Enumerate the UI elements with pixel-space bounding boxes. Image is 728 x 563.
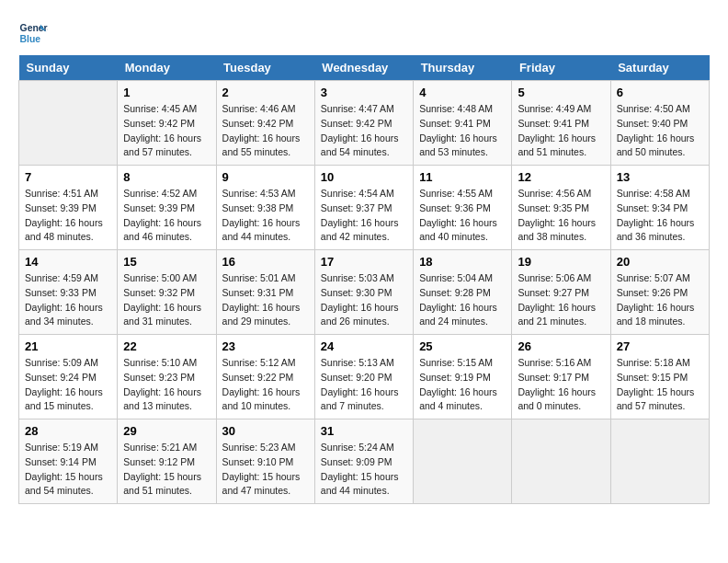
day-number: 30 bbox=[222, 424, 309, 438]
calendar-header: SundayMondayTuesdayWednesdayThursdayFrid… bbox=[19, 55, 710, 81]
day-info: Sunrise: 5:15 AM Sunset: 9:19 PM Dayligh… bbox=[419, 356, 506, 414]
day-number: 21 bbox=[25, 339, 111, 353]
day-info: Sunrise: 4:56 AM Sunset: 9:35 PM Dayligh… bbox=[518, 187, 604, 245]
day-number: 29 bbox=[123, 424, 210, 438]
calendar-cell: 25 Sunrise: 5:15 AM Sunset: 9:19 PM Dayl… bbox=[414, 335, 512, 419]
header-row: SundayMondayTuesdayWednesdayThursdayFrid… bbox=[19, 55, 710, 81]
day-info: Sunrise: 5:10 AM Sunset: 9:23 PM Dayligh… bbox=[123, 356, 210, 414]
svg-text:Blue: Blue bbox=[20, 34, 41, 44]
calendar-cell bbox=[512, 419, 610, 504]
calendar-cell: 15 Sunrise: 5:00 AM Sunset: 9:32 PM Dayl… bbox=[118, 250, 216, 335]
day-number: 15 bbox=[123, 255, 210, 269]
day-number: 9 bbox=[222, 170, 309, 184]
logo-icon: General Blue bbox=[18, 18, 48, 48]
calendar-cell: 14 Sunrise: 4:59 AM Sunset: 9:33 PM Dayl… bbox=[19, 250, 118, 335]
day-info: Sunrise: 4:54 AM Sunset: 9:37 PM Dayligh… bbox=[321, 187, 407, 245]
day-info: Sunrise: 5:18 AM Sunset: 9:15 PM Dayligh… bbox=[617, 356, 703, 414]
calendar-week-row: 21 Sunrise: 5:09 AM Sunset: 9:24 PM Dayl… bbox=[19, 335, 710, 419]
calendar-cell: 19 Sunrise: 5:06 AM Sunset: 9:27 PM Dayl… bbox=[512, 250, 610, 335]
day-info: Sunrise: 5:13 AM Sunset: 9:20 PM Dayligh… bbox=[321, 356, 407, 414]
calendar-cell: 21 Sunrise: 5:09 AM Sunset: 9:24 PM Dayl… bbox=[19, 335, 118, 419]
day-info: Sunrise: 4:59 AM Sunset: 9:33 PM Dayligh… bbox=[25, 271, 111, 329]
calendar-cell: 29 Sunrise: 5:21 AM Sunset: 9:12 PM Dayl… bbox=[118, 419, 216, 504]
calendar-cell: 11 Sunrise: 4:55 AM Sunset: 9:36 PM Dayl… bbox=[414, 166, 512, 250]
day-info: Sunrise: 5:19 AM Sunset: 9:14 PM Dayligh… bbox=[25, 441, 111, 499]
calendar-cell: 4 Sunrise: 4:48 AM Sunset: 9:41 PM Dayli… bbox=[414, 81, 512, 166]
weekday-header: Sunday bbox=[19, 55, 118, 81]
day-number: 5 bbox=[518, 86, 604, 99]
calendar-cell: 20 Sunrise: 5:07 AM Sunset: 9:26 PM Dayl… bbox=[610, 250, 709, 335]
day-info: Sunrise: 5:21 AM Sunset: 9:12 PM Dayligh… bbox=[123, 441, 210, 499]
day-number: 19 bbox=[518, 255, 604, 269]
day-info: Sunrise: 4:50 AM Sunset: 9:40 PM Dayligh… bbox=[617, 102, 703, 160]
day-number: 17 bbox=[321, 255, 407, 269]
day-info: Sunrise: 5:23 AM Sunset: 9:10 PM Dayligh… bbox=[222, 441, 309, 499]
day-number: 3 bbox=[321, 86, 407, 99]
day-info: Sunrise: 5:03 AM Sunset: 9:30 PM Dayligh… bbox=[321, 271, 407, 329]
day-number: 18 bbox=[419, 255, 506, 269]
calendar-cell: 26 Sunrise: 5:16 AM Sunset: 9:17 PM Dayl… bbox=[512, 335, 610, 419]
day-number: 24 bbox=[321, 339, 407, 353]
day-info: Sunrise: 4:46 AM Sunset: 9:42 PM Dayligh… bbox=[222, 102, 309, 160]
calendar-cell bbox=[414, 419, 512, 504]
calendar-week-row: 28 Sunrise: 5:19 AM Sunset: 9:14 PM Dayl… bbox=[19, 419, 710, 504]
day-number: 2 bbox=[222, 86, 309, 99]
day-number: 31 bbox=[321, 424, 407, 438]
day-info: Sunrise: 4:55 AM Sunset: 9:36 PM Dayligh… bbox=[419, 187, 506, 245]
calendar-cell: 31 Sunrise: 5:24 AM Sunset: 9:09 PM Dayl… bbox=[314, 419, 413, 504]
day-number: 22 bbox=[123, 339, 210, 353]
calendar-week-row: 1 Sunrise: 4:45 AM Sunset: 9:42 PM Dayli… bbox=[19, 81, 710, 166]
day-info: Sunrise: 5:24 AM Sunset: 9:09 PM Dayligh… bbox=[321, 441, 407, 499]
calendar-cell: 23 Sunrise: 5:12 AM Sunset: 9:22 PM Dayl… bbox=[216, 335, 314, 419]
calendar-cell bbox=[610, 419, 709, 504]
calendar-cell: 24 Sunrise: 5:13 AM Sunset: 9:20 PM Dayl… bbox=[314, 335, 413, 419]
day-number: 6 bbox=[617, 86, 703, 99]
day-number: 20 bbox=[617, 255, 703, 269]
day-number: 14 bbox=[25, 255, 111, 269]
calendar-cell: 8 Sunrise: 4:52 AM Sunset: 9:39 PM Dayli… bbox=[118, 166, 216, 250]
day-info: Sunrise: 4:48 AM Sunset: 9:41 PM Dayligh… bbox=[419, 102, 506, 160]
calendar-cell: 1 Sunrise: 4:45 AM Sunset: 9:42 PM Dayli… bbox=[118, 81, 216, 166]
calendar-cell: 6 Sunrise: 4:50 AM Sunset: 9:40 PM Dayli… bbox=[610, 81, 709, 166]
calendar-cell: 2 Sunrise: 4:46 AM Sunset: 9:42 PM Dayli… bbox=[216, 81, 314, 166]
day-number: 27 bbox=[617, 339, 703, 353]
weekday-header: Wednesday bbox=[314, 55, 413, 81]
day-number: 25 bbox=[419, 339, 506, 353]
day-info: Sunrise: 4:47 AM Sunset: 9:42 PM Dayligh… bbox=[321, 102, 407, 160]
calendar-cell: 5 Sunrise: 4:49 AM Sunset: 9:41 PM Dayli… bbox=[512, 81, 610, 166]
calendar-cell: 17 Sunrise: 5:03 AM Sunset: 9:30 PM Dayl… bbox=[314, 250, 413, 335]
day-info: Sunrise: 5:04 AM Sunset: 9:28 PM Dayligh… bbox=[419, 271, 506, 329]
calendar-cell: 22 Sunrise: 5:10 AM Sunset: 9:23 PM Dayl… bbox=[118, 335, 216, 419]
calendar-cell: 30 Sunrise: 5:23 AM Sunset: 9:10 PM Dayl… bbox=[216, 419, 314, 504]
day-info: Sunrise: 5:00 AM Sunset: 9:32 PM Dayligh… bbox=[123, 271, 210, 329]
day-number: 7 bbox=[25, 170, 111, 184]
page-header: General Blue bbox=[18, 18, 710, 48]
calendar-cell: 7 Sunrise: 4:51 AM Sunset: 9:39 PM Dayli… bbox=[19, 166, 118, 250]
logo: General Blue bbox=[18, 18, 48, 48]
day-number: 1 bbox=[123, 86, 210, 99]
calendar-cell: 10 Sunrise: 4:54 AM Sunset: 9:37 PM Dayl… bbox=[314, 166, 413, 250]
calendar-table: SundayMondayTuesdayWednesdayThursdayFrid… bbox=[18, 55, 710, 504]
calendar-cell: 12 Sunrise: 4:56 AM Sunset: 9:35 PM Dayl… bbox=[512, 166, 610, 250]
day-number: 10 bbox=[321, 170, 407, 184]
day-info: Sunrise: 5:09 AM Sunset: 9:24 PM Dayligh… bbox=[25, 356, 111, 414]
day-info: Sunrise: 5:16 AM Sunset: 9:17 PM Dayligh… bbox=[518, 356, 604, 414]
day-number: 8 bbox=[123, 170, 210, 184]
day-number: 13 bbox=[617, 170, 703, 184]
day-number: 16 bbox=[222, 255, 309, 269]
calendar-cell: 9 Sunrise: 4:53 AM Sunset: 9:38 PM Dayli… bbox=[216, 166, 314, 250]
day-info: Sunrise: 4:53 AM Sunset: 9:38 PM Dayligh… bbox=[222, 187, 309, 245]
weekday-header: Friday bbox=[512, 55, 610, 81]
weekday-header: Saturday bbox=[610, 55, 709, 81]
day-info: Sunrise: 5:07 AM Sunset: 9:26 PM Dayligh… bbox=[617, 271, 703, 329]
weekday-header: Thursday bbox=[414, 55, 512, 81]
calendar-week-row: 14 Sunrise: 4:59 AM Sunset: 9:33 PM Dayl… bbox=[19, 250, 710, 335]
day-number: 11 bbox=[419, 170, 506, 184]
day-info: Sunrise: 4:51 AM Sunset: 9:39 PM Dayligh… bbox=[25, 187, 111, 245]
calendar-week-row: 7 Sunrise: 4:51 AM Sunset: 9:39 PM Dayli… bbox=[19, 166, 710, 250]
calendar-cell: 27 Sunrise: 5:18 AM Sunset: 9:15 PM Dayl… bbox=[610, 335, 709, 419]
day-info: Sunrise: 4:45 AM Sunset: 9:42 PM Dayligh… bbox=[123, 102, 210, 160]
day-info: Sunrise: 5:12 AM Sunset: 9:22 PM Dayligh… bbox=[222, 356, 309, 414]
calendar-cell bbox=[19, 81, 118, 166]
day-info: Sunrise: 5:01 AM Sunset: 9:31 PM Dayligh… bbox=[222, 271, 309, 329]
